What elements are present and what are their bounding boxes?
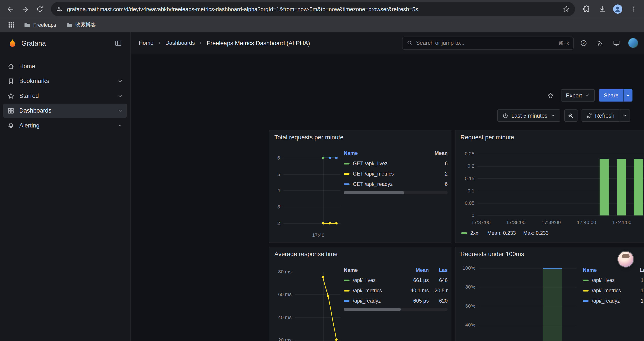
- series-name[interactable]: /api/_metrics: [592, 288, 641, 293]
- legend-scrollbar[interactable]: [344, 191, 448, 194]
- series-last: 100%: [641, 288, 644, 293]
- panel-title[interactable]: Requests under 100ms: [456, 247, 644, 261]
- series-mean: 6: [445, 161, 448, 166]
- browser-toolbar: grafana.mathmast.com/d/deytv4rwavabkb/fr…: [0, 0, 644, 18]
- series-swatch[interactable]: [344, 300, 350, 301]
- series-swatch[interactable]: [583, 300, 588, 301]
- col-mean[interactable]: Mean: [434, 151, 448, 156]
- dock-menu-icon[interactable]: [112, 37, 124, 49]
- col-name[interactable]: Name: [344, 151, 358, 156]
- series-name[interactable]: /api/_livez: [353, 277, 403, 283]
- apps-grid-icon[interactable]: [5, 18, 17, 32]
- breadcrumb-dashboards[interactable]: Dashboards: [165, 40, 195, 46]
- col-last[interactable]: Last *: [640, 267, 644, 273]
- display-icon[interactable]: [610, 37, 623, 50]
- export-button[interactable]: Export: [561, 89, 595, 102]
- series-name[interactable]: 2xx: [470, 230, 478, 236]
- sidebar-item-home[interactable]: Home: [3, 59, 127, 73]
- share-button[interactable]: Share: [599, 89, 624, 102]
- series-swatch[interactable]: [344, 183, 350, 185]
- col-name[interactable]: Name: [583, 267, 597, 273]
- col-last[interactable]: Las: [429, 267, 448, 273]
- browser-reload-button[interactable]: [33, 2, 47, 16]
- x-tick: 17:39:00: [542, 220, 561, 225]
- brand-name: Grafana: [21, 39, 46, 47]
- sidebar-item-dashboards[interactable]: Dashboards: [3, 104, 127, 118]
- zoom-out-button[interactable]: [564, 109, 577, 122]
- bookmark-folder-blogs[interactable]: 收藏博客: [63, 20, 99, 30]
- legend-table: Name Mean GET /api/_livez 6 GET /api/_me…: [344, 148, 448, 189]
- series-swatch[interactable]: [344, 290, 350, 291]
- time-range-picker[interactable]: Last 5 minutes: [497, 109, 560, 122]
- folder-icon: [24, 22, 30, 28]
- series-last: 100%: [641, 277, 644, 283]
- chevron-down-icon: [585, 93, 590, 98]
- url-text[interactable]: grafana.mathmast.com/d/deytv4rwavabkb/fr…: [67, 6, 558, 12]
- share-menu-button[interactable]: [624, 89, 632, 102]
- assistant-avatar[interactable]: [618, 252, 633, 267]
- kebab-menu-icon: [630, 6, 636, 12]
- legend: 2xx Mean: 0.233 Max: 0.233: [461, 230, 549, 236]
- series-name[interactable]: /api/_readyz: [353, 298, 403, 304]
- series-swatch[interactable]: [583, 290, 588, 291]
- help-icon[interactable]: ?: [577, 37, 590, 50]
- arrow-left-icon: [6, 5, 14, 13]
- grafana-header: Home Dashboards Freeleaps Metrics Dashbo…: [131, 32, 644, 54]
- address-bar[interactable]: grafana.mathmast.com/d/deytv4rwavabkb/fr…: [51, 2, 575, 16]
- sidebar-item-bookmarks[interactable]: Bookmarks: [3, 74, 127, 88]
- y-tick: 0.25: [459, 151, 474, 157]
- search-placeholder: Search or jump to...: [416, 40, 464, 46]
- sidebar-nav: Home Bookmarks Starred Dashboards: [0, 54, 130, 137]
- browser-menu-icon[interactable]: [626, 2, 641, 16]
- series-swatch[interactable]: [583, 279, 588, 281]
- site-settings-icon[interactable]: [56, 6, 63, 13]
- refresh-button[interactable]: Refresh: [582, 109, 620, 122]
- series-swatch[interactable]: [344, 279, 350, 281]
- downloads-icon[interactable]: [595, 2, 609, 16]
- sidebar-item-starred[interactable]: Starred: [3, 89, 127, 103]
- series-swatch[interactable]: [344, 173, 350, 174]
- bookmark-folder-freeleaps[interactable]: Freeleaps: [20, 21, 60, 30]
- browser-back-button[interactable]: [3, 2, 17, 16]
- x-tick: 17:41:00: [612, 220, 632, 225]
- refresh-interval-button[interactable]: [620, 109, 630, 122]
- col-name[interactable]: Name: [344, 267, 403, 273]
- favorite-star-icon[interactable]: [544, 89, 557, 102]
- chevron-down-icon[interactable]: [118, 108, 123, 113]
- panel-requests-under-100ms: Requests under 100ms 100% 80% 60% 40% 20…: [455, 247, 644, 341]
- series-name[interactable]: GET /api/_readyz: [353, 181, 445, 187]
- svg-text:?: ?: [582, 41, 584, 45]
- bell-icon: [8, 122, 14, 129]
- reload-icon: [36, 5, 44, 13]
- sidebar-item-alerting[interactable]: Alerting: [3, 119, 127, 133]
- legend-mean: Mean: 0.233: [487, 230, 516, 236]
- star-icon: [8, 92, 14, 99]
- search-input[interactable]: Search or jump to... ⌘+k: [402, 37, 574, 50]
- user-avatar[interactable]: [628, 38, 638, 48]
- news-rss-icon[interactable]: [594, 37, 607, 50]
- series-swatch[interactable]: [461, 232, 467, 234]
- chevron-down-icon[interactable]: [118, 93, 123, 98]
- col-mean[interactable]: Mean: [403, 267, 429, 273]
- chevron-down-icon[interactable]: [118, 123, 123, 128]
- bookmark-star-icon[interactable]: [563, 5, 570, 13]
- chevron-down-icon[interactable]: [118, 78, 123, 84]
- legend-header: Name Mean: [344, 148, 448, 158]
- series-name[interactable]: GET /api/_livez: [353, 161, 445, 166]
- panel-title[interactable]: Request per minute: [456, 130, 644, 144]
- series-name[interactable]: /api/_readyz: [592, 298, 641, 304]
- legend-scrollbar[interactable]: [344, 308, 448, 311]
- breadcrumb-home[interactable]: Home: [139, 40, 154, 46]
- series-name[interactable]: /api/_metrics: [353, 288, 403, 293]
- profile-avatar[interactable]: [610, 2, 625, 16]
- extensions-icon[interactable]: [579, 2, 594, 16]
- series-swatch[interactable]: [344, 163, 350, 164]
- x-tick: 17:37:00: [471, 220, 490, 225]
- panel-request-per-minute: Request per minute 0.25 0.2 0.15 0.1 0.0…: [455, 130, 644, 243]
- series-name[interactable]: GET /api/_metrics: [353, 171, 445, 177]
- export-label: Export: [566, 92, 582, 99]
- series-name[interactable]: /api/_livez: [592, 277, 641, 283]
- browser-forward-button[interactable]: [18, 2, 32, 16]
- profile-avatar-icon: [612, 4, 623, 15]
- breadcrumb: Home Dashboards Freeleaps Metrics Dashbo…: [139, 40, 310, 46]
